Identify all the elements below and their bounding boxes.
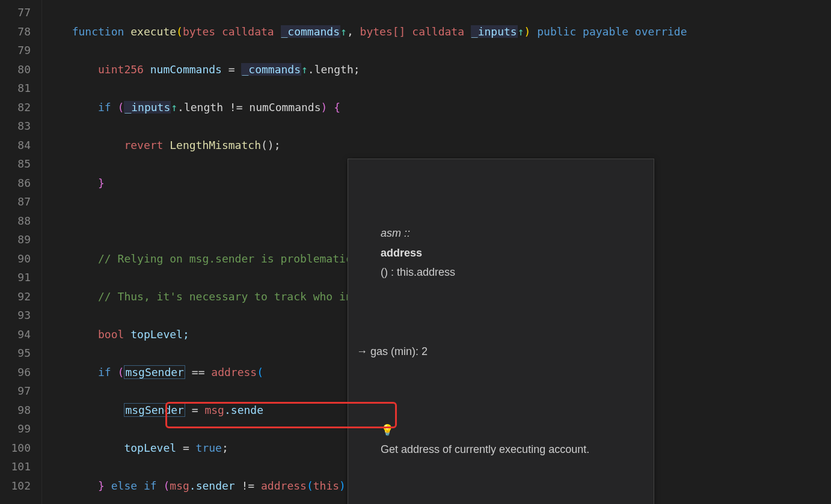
tooltip-signature: asm :: address () : this.address xyxy=(357,204,645,302)
line-number: 102 xyxy=(0,476,31,496)
tooltip-return: () : this.address xyxy=(381,266,455,278)
text: .length != numCommands xyxy=(177,101,320,114)
line-number: 94 xyxy=(0,325,31,344)
line-number-gutter: 77 78 79 80 81 82 83 84 85 86 87 88 89 9… xyxy=(0,0,42,504)
code-area[interactable]: function execute(bytes calldata _command… xyxy=(42,0,831,504)
line-number: 89 xyxy=(0,230,31,249)
lightbulb-icon: 💡 xyxy=(381,421,393,440)
line-number: 97 xyxy=(0,381,31,401)
keyword: msg xyxy=(170,479,189,492)
tooltip-hint: 💡 Get address of currently executing acc… xyxy=(357,401,645,479)
line-number: 82 xyxy=(0,98,31,117)
identifier: msgSender xyxy=(124,403,185,417)
tooltip-namespace: asm :: xyxy=(381,227,410,239)
keyword: true xyxy=(196,442,222,454)
identifier: .sende xyxy=(224,404,263,416)
line-number: 88 xyxy=(0,211,31,231)
code-editor: 77 78 79 80 81 82 83 84 85 86 87 88 89 9… xyxy=(0,0,831,504)
tooltip-hint-text: Get address of currently executing accou… xyxy=(381,443,589,455)
code-line[interactable]: if (_inputs↑.length != numCommands) { xyxy=(59,98,831,117)
param: _inputs xyxy=(124,101,171,114)
line-number: 90 xyxy=(0,249,31,269)
operator: != xyxy=(235,479,261,492)
line-number: 79 xyxy=(0,41,31,60)
text: .length; xyxy=(308,63,360,76)
operator: = xyxy=(176,442,196,454)
tooltip-keyword: address xyxy=(381,247,422,259)
line-number: 98 xyxy=(0,401,31,420)
identifier: msgSender xyxy=(124,365,185,379)
operator: = xyxy=(185,404,205,416)
identifier: topLevel; xyxy=(130,328,189,341)
keyword: override xyxy=(635,25,687,38)
hover-tooltip: asm :: address () : this.address → gas (… xyxy=(348,159,654,504)
code-line[interactable]: uint256 numCommands = _commands↑.length; xyxy=(59,60,831,79)
line-number: 87 xyxy=(0,192,31,211)
line-number: 93 xyxy=(0,306,31,325)
line-number: 100 xyxy=(0,439,31,458)
keyword: this xyxy=(313,479,339,492)
line-number: 83 xyxy=(0,117,31,136)
keyword: revert xyxy=(124,139,163,151)
error-name: LengthMismatch xyxy=(170,139,261,151)
identifier: topLevel xyxy=(124,442,176,454)
keyword: else xyxy=(111,479,137,492)
type: bool xyxy=(98,328,124,341)
tooltip-gas: → gas (min): 2 xyxy=(357,342,645,361)
keyword: if xyxy=(98,366,111,378)
identifier: numCommands xyxy=(150,63,222,76)
identifier: .sender xyxy=(189,479,235,492)
text: ; xyxy=(222,442,228,454)
code-line[interactable]: revert LengthMismatch(); xyxy=(59,136,831,155)
keyword: msg xyxy=(204,404,224,416)
param: _commands xyxy=(241,63,301,76)
keyword: calldata xyxy=(412,25,464,38)
text: (); xyxy=(261,139,281,151)
line-number: 95 xyxy=(0,344,31,363)
line-number: 85 xyxy=(0,154,31,174)
keyword: public xyxy=(537,25,576,38)
param: _inputs xyxy=(471,25,518,38)
keyword: if xyxy=(98,101,111,114)
line-number: 96 xyxy=(0,363,31,382)
keyword: calldata xyxy=(222,25,274,38)
type: bytes xyxy=(183,25,215,38)
operator: == xyxy=(185,366,211,378)
line-number: 78 xyxy=(0,22,31,41)
line-number: 101 xyxy=(0,457,31,476)
keyword: payable xyxy=(583,25,628,38)
param: _commands xyxy=(281,25,341,38)
line-number: 86 xyxy=(0,174,31,193)
type: address xyxy=(211,366,257,378)
keyword: function xyxy=(72,25,124,38)
line-number: 81 xyxy=(0,79,31,98)
type: uint256 xyxy=(98,63,144,76)
function-name: execute xyxy=(130,25,176,38)
keyword: if xyxy=(144,479,157,492)
type: bytes[] xyxy=(360,25,406,38)
operator: = xyxy=(222,63,242,76)
code-line[interactable]: function execute(bytes calldata _command… xyxy=(59,22,831,41)
type: address xyxy=(261,479,307,492)
line-number: 92 xyxy=(0,287,31,306)
line-number: 84 xyxy=(0,136,31,155)
line-number: 77 xyxy=(0,3,31,22)
line-number: 91 xyxy=(0,268,31,287)
line-number: 99 xyxy=(0,419,31,439)
line-number: 80 xyxy=(0,60,31,79)
